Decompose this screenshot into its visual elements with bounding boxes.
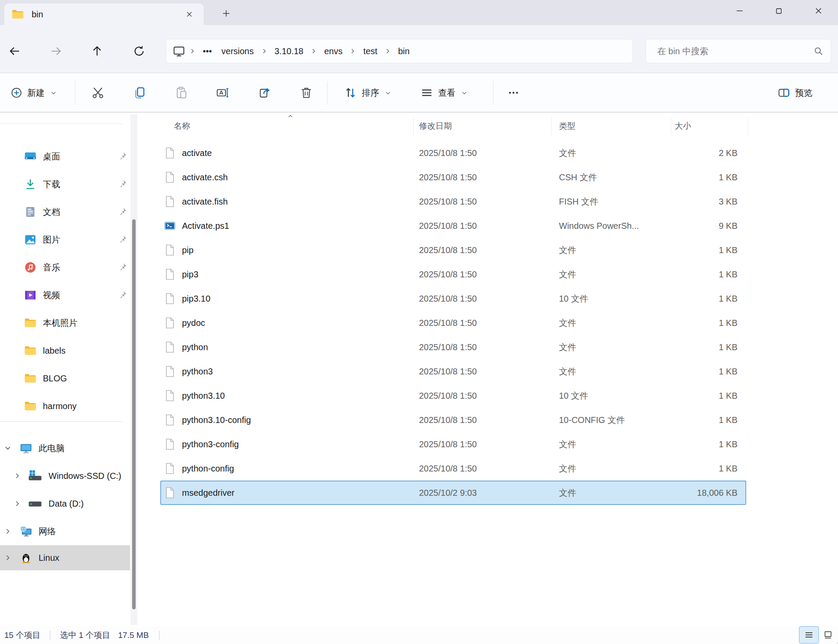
sidebar-item-音乐[interactable]: 音乐 [0, 254, 130, 281]
table-row-Activate.ps1[interactable]: Activate.ps12025/10/8 1:50Windows PowerS… [160, 214, 746, 238]
chevron-right-icon [257, 47, 271, 55]
sidebar-item-BLOG[interactable]: BLOG [0, 364, 130, 392]
file-size: 2 KB [671, 148, 742, 158]
back-button[interactable] [6, 42, 23, 60]
sidebar-item-图片[interactable]: 图片 [0, 226, 130, 254]
folder-icon [24, 316, 37, 329]
table-row-python3.10[interactable]: python3.102025/10/8 1:5010 文件1 KB [160, 384, 746, 408]
breadcrumb-item-test[interactable]: test [360, 45, 380, 58]
copy-button[interactable] [127, 79, 152, 106]
file-list: 名称修改日期类型大小 activate2025/10/8 1:50文件2 KBa… [160, 113, 838, 627]
table-row-activate[interactable]: activate2025/10/8 1:50文件2 KB [160, 141, 746, 165]
table-row-python3[interactable]: python32025/10/8 1:50文件1 KB [160, 359, 746, 384]
table-row-activate.fish[interactable]: activate.fish2025/10/8 1:50FISH 文件3 KB [160, 189, 746, 214]
close-button[interactable] [799, 0, 838, 22]
table-row-activate.csh[interactable]: activate.csh2025/10/8 1:50CSH 文件1 KB [160, 165, 746, 189]
sidebar-item-harmony[interactable]: harmony [0, 392, 130, 420]
chevron-right-icon [381, 47, 395, 55]
file-icon [163, 365, 176, 378]
sidebar-item-本机照片[interactable]: 本机照片 [0, 309, 130, 337]
sidebar-item-文档[interactable]: 文档 [0, 198, 130, 226]
breadcrumb-item-3.10.18[interactable]: 3.10.18 [271, 45, 307, 58]
status-divider [50, 631, 50, 640]
sidebar-item-label: 视频 [43, 289, 60, 301]
sidebar-item-网络[interactable]: 网络 [0, 517, 130, 545]
search-icon[interactable] [813, 46, 824, 56]
sidebar-scrollbar[interactable] [130, 114, 137, 625]
paste-button[interactable] [169, 79, 194, 106]
table-row-pip3.10[interactable]: pip3.102025/10/8 1:5010 文件1 KB [160, 286, 746, 311]
sidebar-item-label: labels [43, 346, 65, 356]
sidebar-item-桌面[interactable]: 桌面 [0, 143, 130, 170]
search-input[interactable] [653, 46, 813, 56]
sidebar-item-下载[interactable]: 下载 [0, 170, 130, 198]
sidebar-item-视频[interactable]: 视频 [0, 281, 130, 309]
forward-button[interactable] [47, 42, 65, 60]
breadcrumb-item-versions[interactable]: versions [218, 45, 257, 58]
sidebar-item-此电脑[interactable]: 此电脑 [0, 434, 130, 462]
chevron-right-icon[interactable] [3, 553, 12, 562]
share-button[interactable] [253, 79, 277, 106]
table-row-pydoc[interactable]: pydoc2025/10/8 1:50文件1 KB [160, 311, 746, 335]
sort-button[interactable]: 排序 [339, 79, 396, 106]
file-icon [163, 389, 176, 402]
preview-button[interactable]: 预览 [772, 79, 818, 106]
file-date: 2025/10/8 1:50 [414, 197, 552, 207]
breadcrumb-item-bin[interactable]: bin [395, 45, 413, 58]
music-icon [24, 261, 37, 274]
toolbar-divider [493, 81, 494, 105]
ellipsis-icon [507, 86, 520, 99]
pin-icon [118, 262, 127, 272]
cut-button[interactable] [86, 79, 110, 106]
navigation-bar: ••• versions3.10.18envstestbin [0, 25, 838, 73]
delete-button[interactable] [294, 79, 318, 106]
chevron-right-icon[interactable] [13, 499, 22, 508]
preview-button-label: 预览 [795, 87, 812, 99]
up-button[interactable] [88, 42, 106, 60]
view-button[interactable]: 查看 [415, 79, 473, 106]
pin-icon [118, 151, 127, 161]
more-options-button[interactable] [502, 79, 525, 106]
new-tab-button[interactable] [218, 6, 235, 21]
drive-icon [28, 496, 42, 511]
this-pc-icon[interactable] [172, 45, 185, 58]
scrollbar-thumb[interactable] [132, 219, 136, 609]
refresh-button[interactable] [130, 42, 148, 60]
chevron-right-icon[interactable] [13, 472, 22, 480]
file-icon [163, 146, 176, 159]
file-size: 9 KB [671, 221, 742, 231]
tab-bin[interactable]: bin [4, 3, 204, 25]
file-size: 1 KB [671, 294, 742, 304]
table-row-pip3[interactable]: pip32025/10/8 1:50文件1 KB [160, 262, 746, 286]
sidebar-item-Linux[interactable]: Linux [0, 545, 130, 570]
new-button[interactable]: 新建 [5, 79, 62, 106]
table-row-python[interactable]: python2025/10/8 1:50文件1 KB [160, 335, 746, 359]
table-row-msedgedriver[interactable]: msedgedriver2025/10/2 9:03文件18,006 KB [160, 481, 746, 505]
details-view-toggle[interactable] [799, 626, 819, 644]
maximize-button[interactable] [759, 0, 799, 22]
minimize-button[interactable] [720, 0, 759, 22]
column-header-type[interactable]: 类型 [552, 117, 671, 135]
rename-button[interactable] [211, 79, 235, 106]
column-header-size[interactable]: 大小 [671, 117, 748, 135]
table-row-python3.10-config[interactable]: python3.10-config2025/10/8 1:5010-CONFIG… [160, 408, 746, 432]
toolbar: 新建 排序 查看 预览 [0, 73, 838, 112]
picture-icon [24, 233, 37, 246]
table-row-python-config[interactable]: python-config2025/10/8 1:50文件1 KB [160, 456, 746, 481]
table-row-python3-config[interactable]: python3-config2025/10/8 1:50文件1 KB [160, 432, 746, 456]
file-size: 1 KB [671, 172, 742, 182]
sidebar-item-Windows-SSD (C:)[interactable]: Windows-SSD (C:) [0, 462, 130, 490]
breadcrumb-overflow[interactable]: ••• [199, 45, 215, 58]
chevron-down-icon[interactable] [3, 444, 12, 452]
breadcrumb-item-envs[interactable]: envs [321, 45, 346, 58]
chevron-right-icon[interactable] [3, 527, 12, 536]
tab-close-icon[interactable] [182, 7, 197, 22]
sidebar-item-Data (D:)[interactable]: Data (D:) [0, 490, 130, 517]
view-button-label: 查看 [438, 87, 455, 99]
table-row-pip[interactable]: pip2025/10/8 1:50文件1 KB [160, 238, 746, 262]
column-header-date[interactable]: 修改日期 [414, 117, 552, 135]
file-size: 3 KB [671, 197, 742, 207]
file-type: 文件 [552, 147, 671, 159]
file-date: 2025/10/8 1:50 [414, 415, 552, 425]
sidebar-item-labels[interactable]: labels [0, 337, 130, 364]
